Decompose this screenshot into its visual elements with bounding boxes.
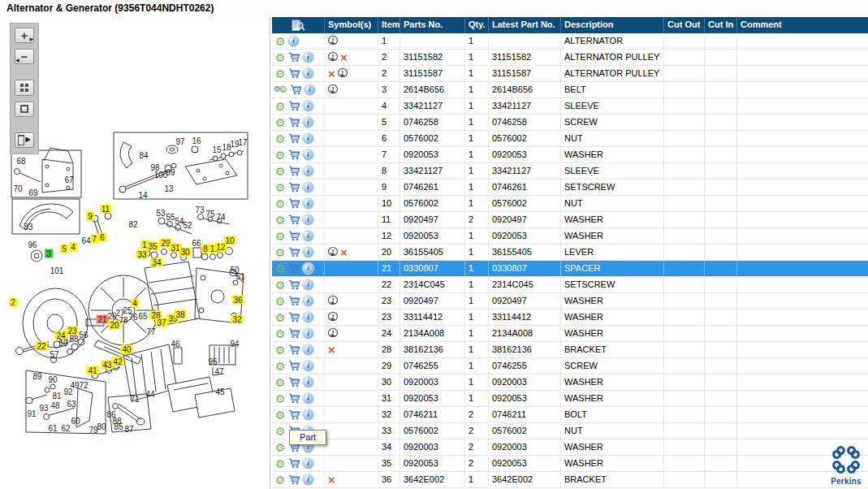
part-row[interactable]: ⚙i10057600210576002NUT <box>272 196 868 212</box>
diagram-callout[interactable]: 2 <box>9 298 17 307</box>
exploded-diagram-pane[interactable]: 6867706997161518191784981009914138391182… <box>0 17 270 489</box>
info-icon[interactable]: i <box>304 84 315 95</box>
gear-icon[interactable]: ⚙ <box>274 36 286 47</box>
diagram-callout[interactable]: 21 <box>96 315 108 324</box>
part-row[interactable]: ⚙i29074625510746255SCREW <box>272 358 868 374</box>
part-row[interactable]: ⚙i×!231151587131151587ALTERNATOR PULLEY <box>272 66 868 82</box>
diagram-callout[interactable]: 85 <box>113 422 123 431</box>
info-icon[interactable]: i <box>303 409 313 420</box>
part-row[interactable]: ⚙i×363642E00213642E002BRACKET <box>272 472 868 488</box>
gear-icon[interactable]: ⚙ <box>274 117 286 128</box>
info-icon[interactable]: i <box>303 474 313 485</box>
diagram-callout[interactable]: 74 <box>215 213 226 222</box>
gear-icon[interactable]: ⚙ <box>274 361 286 372</box>
tile-windows-button[interactable] <box>15 80 34 95</box>
diagram-callout[interactable]: 9 <box>86 212 94 221</box>
diagram-callout[interactable]: 101 <box>50 266 65 275</box>
part-row[interactable]: ⚙i!×231151582131151582ALTERNATOR PULLEY <box>272 50 868 66</box>
cart-icon[interactable] <box>288 149 300 160</box>
cart-icon[interactable] <box>288 166 300 176</box>
diagram-callout[interactable]: 11 <box>100 205 111 214</box>
part-row[interactable]: ⚙i!2333114412133114412WASHER <box>272 309 868 326</box>
diagram-callout[interactable]: 80 <box>96 422 106 431</box>
toggle-panel-button[interactable] <box>15 132 34 148</box>
diagram-callout[interactable]: 22 <box>35 342 47 351</box>
diagram-callout[interactable]: 82 <box>127 220 138 229</box>
cart-icon[interactable] <box>288 312 300 322</box>
diagram-callout[interactable]: 67 <box>63 175 74 184</box>
diagram-callout[interactable]: 37 <box>155 318 167 327</box>
part-row[interactable]: ⚙i433421127133421127SLEEVE <box>272 98 868 115</box>
gear-icon[interactable]: ⚙ <box>274 393 286 405</box>
part-row[interactable]: ⚙i!242134A00812134A008WASHER <box>272 326 868 342</box>
diagram-callout[interactable]: 97 <box>175 137 185 146</box>
diagram-callout[interactable]: 30 <box>179 248 191 257</box>
gear-icon[interactable]: ⚙ <box>274 149 286 161</box>
info-icon[interactable]: i <box>303 296 313 306</box>
info-icon[interactable]: i <box>303 231 313 241</box>
cart-icon[interactable] <box>288 101 300 111</box>
cart-icon[interactable] <box>288 458 300 469</box>
diagram-callout[interactable]: 87 <box>123 425 134 434</box>
part-row[interactable]: ⚙⚙i!32614B65612614B656BELT <box>272 82 868 98</box>
diagram-callout[interactable]: 10 <box>223 236 235 245</box>
diagram-callout[interactable]: 93 <box>38 404 49 413</box>
info-icon[interactable]: i <box>303 393 313 404</box>
diagram-callout[interactable]: 45 <box>214 387 225 396</box>
diagram-callout[interactable]: 90 <box>47 375 58 384</box>
diagram-callout[interactable]: 96 <box>27 240 37 249</box>
diagram-callout[interactable]: 84 <box>138 151 149 160</box>
info-icon[interactable]: i <box>303 377 313 387</box>
diagram-callout[interactable]: 34 <box>150 258 162 267</box>
part-row[interactable]: ⚙i7092005310920053WASHER <box>272 147 868 163</box>
info-icon[interactable]: i <box>303 361 313 371</box>
cart-icon[interactable] <box>288 344 300 355</box>
diagram-callout[interactable]: 70 <box>12 184 23 193</box>
diagram-callout[interactable]: 69 <box>28 188 38 197</box>
diagram-callout[interactable]: 16 <box>191 136 201 145</box>
diagram-callout[interactable]: 38 <box>174 310 186 319</box>
gear-icon[interactable]: ⚙ <box>274 409 286 421</box>
diagram-callout[interactable]: 4 <box>69 243 77 252</box>
diagram-callout[interactable]: 99 <box>165 168 175 177</box>
cart-icon[interactable] <box>288 279 300 290</box>
diagram-callout[interactable]: 44 <box>145 390 155 399</box>
cart-icon[interactable] <box>288 361 300 371</box>
diagram-callout[interactable]: 65 <box>137 312 148 321</box>
diagram-callout[interactable]: 52 <box>182 221 192 230</box>
info-icon[interactable]: i <box>288 36 299 46</box>
diagram-callout[interactable]: 68 <box>15 157 26 166</box>
gear-icon[interactable]: ⚙ <box>274 166 286 177</box>
cart-icon[interactable] <box>288 117 300 128</box>
info-icon[interactable]: i <box>303 68 313 79</box>
cart-icon[interactable] <box>288 377 300 387</box>
cart-icon[interactable] <box>288 68 300 79</box>
gear-icon[interactable]: ⚙ <box>274 68 286 80</box>
diagram-callout[interactable]: 32 <box>231 315 243 324</box>
gears-icon[interactable]: ⚙⚙ <box>274 84 287 96</box>
diagram-callout[interactable]: 72 <box>78 381 89 390</box>
diagram-callout[interactable]: 81 <box>51 392 62 400</box>
part-row[interactable]: ⚙i9074626110746261SETSCREW <box>272 180 868 196</box>
info-icon[interactable]: i <box>303 182 313 193</box>
part-row[interactable]: ⚙i34092000320920003WASHER <box>272 439 868 456</box>
diagram-callout[interactable]: 40 <box>120 345 132 354</box>
cart-icon[interactable] <box>288 214 300 225</box>
gear-icon[interactable]: ⚙ <box>274 458 286 470</box>
info-icon[interactable]: i <box>303 214 313 225</box>
cart-icon[interactable] <box>288 474 300 485</box>
part-row[interactable]: ⚙i6057600210576002NUT <box>272 131 868 147</box>
diagram-callout[interactable]: 33 <box>136 250 148 259</box>
diagram-callout[interactable]: 5 <box>60 244 68 253</box>
diagram-callout[interactable]: 73 <box>194 206 205 214</box>
diagram-callout[interactable]: 6 <box>98 233 106 242</box>
diagram-callout[interactable]: 63 <box>66 400 76 409</box>
part-row[interactable]: ⚙i11092049720920497WASHER <box>272 212 868 228</box>
gear-icon[interactable]: ⚙ <box>274 442 286 453</box>
diagram-callout[interactable]: 61 <box>47 424 58 433</box>
gear-icon[interactable]: ⚙ <box>274 52 286 63</box>
gear-icon[interactable]: ⚙ <box>274 296 286 307</box>
gear-icon[interactable]: ⚙ <box>274 426 286 437</box>
cart-icon[interactable] <box>288 247 300 257</box>
part-row[interactable]: ⚙i×2838162136138162136BRACKET <box>272 342 868 358</box>
